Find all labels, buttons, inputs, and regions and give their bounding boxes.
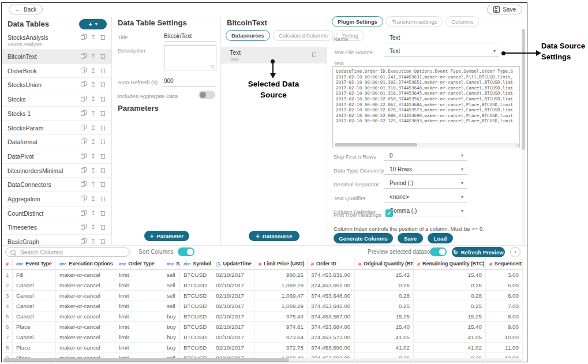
back-button[interactable]: ← Back — [9, 5, 43, 14]
tab-columns[interactable]: Columns — [445, 16, 479, 27]
trash-icon[interactable] — [100, 210, 106, 216]
trash-icon[interactable] — [100, 67, 106, 73]
data-table-item[interactable]: StocksUnion↥ — [2, 78, 111, 92]
tab-transform-settings[interactable]: Transform settings — [386, 16, 443, 27]
upload-icon[interactable]: ↥ — [91, 81, 96, 87]
data-table-item[interactable]: Dataformat↥ — [2, 135, 111, 149]
column-header-limit-price-usd-[interactable]: #Limit Price (USD) — [255, 258, 308, 269]
data-table-item[interactable]: StocksParam↥ — [2, 121, 111, 136]
trash-icon[interactable] — [100, 110, 106, 116]
upload-icon[interactable]: ↥ — [91, 110, 96, 116]
trash-icon[interactable] — [100, 167, 106, 173]
column-header-symbol[interactable]: abcSymbol — [180, 258, 212, 269]
trash-icon[interactable] — [100, 34, 106, 40]
upload-icon[interactable]: ↥ — [91, 224, 96, 230]
column-header-order-type[interactable]: abcOrder Type — [115, 258, 163, 269]
chevron-down-icon[interactable]: ▾ — [461, 153, 463, 158]
column-header-execution-options[interactable]: abcExecution Options — [56, 258, 115, 269]
upload-icon[interactable]: ↥ — [91, 153, 96, 159]
copy-icon[interactable] — [81, 110, 86, 116]
tab-plugin-settings[interactable]: Plugin Settings — [332, 16, 383, 27]
add-datasource-button[interactable]: + Datasource — [249, 231, 299, 241]
tab-datasources[interactable]: Datasources — [226, 30, 270, 41]
trash-icon[interactable] — [100, 138, 106, 144]
column-header-updatetime[interactable]: ◷UpdateTime — [212, 258, 255, 269]
data-table-item[interactable]: DataPivot↥ — [2, 149, 111, 164]
dropdown-value[interactable]: 10 Rows — [389, 166, 412, 172]
chevron-down-icon[interactable]: ▾ — [461, 181, 463, 186]
chevron-down-icon[interactable]: ▾ — [493, 48, 496, 54]
table-hscrollbar[interactable] — [3, 358, 522, 362]
copy-icon[interactable] — [81, 138, 86, 144]
copy-icon[interactable] — [81, 167, 86, 173]
collapse-panel-button[interactable]: ‹ — [510, 247, 520, 257]
search-columns-box[interactable] — [5, 247, 130, 257]
dropdown-text-qualifier[interactable]: Text Qualifier<none>▾ — [334, 193, 467, 207]
tab-calculated-columns[interactable]: Calculated Columns — [273, 30, 334, 41]
dropdown-decimal-separator[interactable]: Decimal SeparatorPeriod (.)▾ — [334, 179, 467, 193]
upload-icon[interactable]: ↥ — [91, 125, 96, 130]
file-source-select[interactable]: Text — [389, 48, 400, 54]
data-table-item[interactable]: StocksAnalysisStocks Analysis↥ — [2, 31, 111, 50]
chevron-down-icon[interactable]: ▾ — [461, 208, 463, 213]
column-header-remaining-quantity-btc-[interactable]: #Remaining Quantity (BTC) — [414, 258, 486, 269]
dropdown-value[interactable]: Period (.) — [389, 180, 413, 186]
upload-icon[interactable]: ↥ — [91, 138, 96, 144]
load-columns-button[interactable]: Load — [428, 233, 453, 243]
copy-icon[interactable] — [81, 81, 86, 87]
trash-icon[interactable] — [100, 224, 106, 230]
table-row[interactable]: 7Cancelmaker-or-cancellimitbuyBTCUSD02/1… — [2, 332, 523, 343]
dropdown-value[interactable]: 0 — [389, 152, 393, 159]
column-header-event-type[interactable]: abcEvent Type — [13, 258, 56, 269]
first-row-headings-checkbox[interactable]: ✓ — [385, 209, 393, 217]
upload-icon[interactable]: ↥ — [91, 67, 96, 73]
generate-columns-button[interactable]: Generate Columns — [334, 233, 393, 243]
copy-icon[interactable] — [81, 238, 86, 244]
column-header-side[interactable]: abcSide — [163, 258, 180, 269]
text-content-textarea[interactable]: UpdateTime,Order ID,Execution Options,Ev… — [332, 66, 520, 148]
copy-icon[interactable] — [81, 224, 86, 230]
data-table-item[interactable]: Stocks 1↥ — [2, 107, 111, 121]
save-workbook-button[interactable]: Save — [487, 5, 522, 14]
data-table-item[interactable]: Stocks↥ — [2, 92, 111, 107]
textarea-hscrollbar[interactable] — [334, 143, 517, 147]
upload-icon[interactable]: ↥ — [91, 167, 96, 173]
data-table-item[interactable]: CountDistinct↥ — [2, 207, 111, 221]
trash-icon[interactable] — [312, 51, 317, 57]
trash-icon[interactable] — [100, 238, 106, 244]
copy-icon[interactable] — [81, 53, 86, 59]
add-data-table-button[interactable]: + ▾ — [79, 19, 107, 29]
trash-icon[interactable] — [100, 81, 106, 87]
trash-icon[interactable] — [100, 125, 106, 130]
refresh-preview-button[interactable]: ↻ Refresh Preview — [452, 247, 505, 257]
column-header--[interactable]: # — [2, 258, 13, 269]
trash-icon[interactable] — [100, 53, 106, 59]
copy-icon[interactable] — [81, 196, 86, 201]
upload-icon[interactable]: ↥ — [91, 53, 96, 59]
data-table-item[interactable]: BasicGraph↥ — [2, 235, 111, 245]
copy-icon[interactable] — [81, 125, 86, 130]
upload-icon[interactable]: ↥ — [91, 196, 96, 201]
upload-icon[interactable]: ↥ — [91, 34, 96, 40]
data-table-item[interactable]: bitcoinordersMinimal↥ — [2, 164, 111, 178]
auto-refresh-input[interactable]: 900 — [164, 78, 174, 84]
data-table-item[interactable]: DataConnectors↥ — [2, 178, 111, 192]
search-columns-input[interactable] — [19, 249, 114, 256]
add-parameter-button[interactable]: + Parameter — [144, 231, 189, 241]
title-input[interactable]: BitcoinText — [164, 33, 192, 39]
chevron-down-icon[interactable]: ▾ — [461, 194, 463, 200]
plugin-panel-scrollbar[interactable] — [522, 29, 525, 245]
trash-icon[interactable] — [100, 181, 106, 187]
table-row[interactable]: 2Cancelmaker-or-cancellimitsellBTCUSD02/… — [2, 280, 523, 291]
description-textarea[interactable] — [164, 45, 216, 70]
copy-icon[interactable] — [81, 181, 86, 187]
sort-columns-toggle[interactable] — [178, 247, 194, 256]
copy-icon[interactable] — [81, 153, 86, 159]
dropdown-value[interactable]: Comma (,) — [389, 208, 417, 214]
table-row[interactable]: 8Placemaker-or-cancellimitbuyBTCUSD02/10… — [2, 343, 523, 353]
upload-icon[interactable]: ↥ — [91, 181, 96, 187]
aggregate-toggle[interactable] — [199, 91, 215, 99]
upload-icon[interactable]: ↥ — [91, 96, 96, 102]
upload-icon[interactable]: ↥ — [91, 238, 96, 244]
data-table-item[interactable]: BitcoinText↥ — [2, 50, 111, 64]
